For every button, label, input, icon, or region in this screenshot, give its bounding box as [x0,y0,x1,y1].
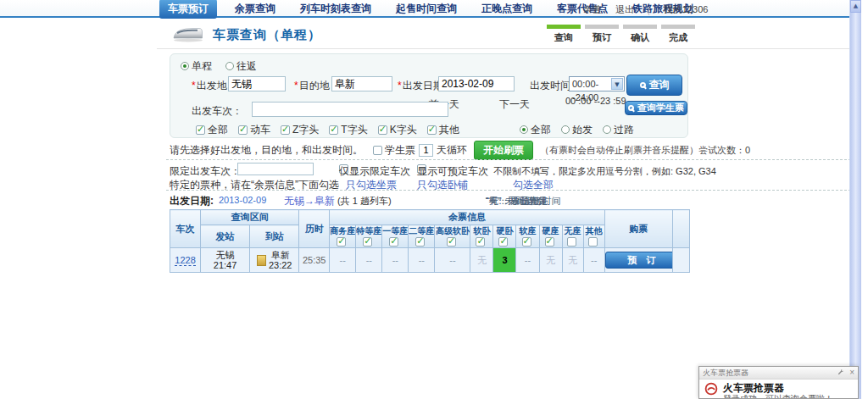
step-book: 预订 [585,25,619,44]
seat-availability-cell: 无 [562,248,583,273]
time-range-text: 00 :00 --23 :59 [565,96,626,106]
train-no-cell: 1228 [170,248,201,273]
popup-bar-title: 火车票抢票器 [703,368,832,379]
result-table: 车次 查询区间 历时 余票信息 购票 发站 到站 商务座 特等座 一等座 二等座… [170,209,690,273]
seat-filter-checkbox[interactable] [498,237,508,247]
duration-cell: 25:35 [299,248,330,273]
time-select[interactable]: 00:00--24:00 ▼ [569,76,625,91]
arrival-cell: 阜新 23:22 [250,248,299,273]
buy-cell: 预 订 [604,248,672,273]
seat-filter-checkbox[interactable] [545,237,554,247]
train-no-link[interactable]: 1228 [175,255,195,266]
progress-steps: 查询 预订 确认 完成 [547,25,695,44]
seat-filter-checkbox[interactable] [415,237,425,247]
radio-icon [561,125,570,134]
seat-column-header: 特等座 [356,225,382,248]
filter-other-train[interactable]: 其他 [427,123,459,137]
stop-scope-filters: 全部 始发 过路 [520,123,634,137]
seat-column-header: 无座 [562,225,583,248]
close-icon[interactable]: × [849,369,854,377]
trip-oneway-radio[interactable]: 单程 [181,59,212,74]
chevron-down-icon: ▼ [611,78,623,90]
seat-column-header: 一等座 [382,225,409,248]
nav-tab-timetable[interactable]: 列车时刻表查询 [293,0,378,18]
search-form-panel: 单程 往返 *出发地： *目的地： *出发日期： 前一天 下一天 出发时间： 0… [170,53,688,138]
logout-link[interactable]: 退出 [615,3,634,16]
scope-origin-radio[interactable]: 始发 [561,123,593,137]
extra-cell [672,248,689,273]
filter-d-train[interactable]: 动车 [238,123,270,137]
userbar-separator: | [648,5,650,15]
wrench-icon[interactable] [837,369,844,378]
seat-column-header: 软卧 [470,225,493,248]
limit-train-row: 限定出发车次： 仅显示限定车次 显示可预定车次 不限制不填写，限定多次用逗号分割… [170,163,860,178]
nav-tab-remaining-tickets[interactable]: 余票查询 [228,0,282,18]
vertical-scrollbar[interactable]: ▲ [849,0,861,399]
nav-tab-punctuality[interactable]: 正晚点查询 [475,0,539,18]
table-row: 1228 无锡 21:47 阜新 23:22 25:35 -- [170,248,690,273]
filter-z-train[interactable]: Z字头 [281,123,319,137]
checkbox-icon [378,125,387,135]
username-link[interactable]: 余萱 [583,3,602,16]
popup-body: 火车票抢票器 登录成功，可以查询余票啦！ [699,380,858,399]
days-loop-input[interactable] [419,144,433,157]
checkbox-icon [373,146,382,155]
seat-filter-checkbox[interactable] [389,237,398,247]
next-day-link[interactable]: 下一天 [499,97,530,112]
seat-filter-checkbox[interactable] [476,237,485,247]
seat-filter-checkbox[interactable] [588,237,598,247]
step-done: 完成 [661,25,695,44]
popup-title-bar: 火车票抢票器 × [699,367,858,380]
book-button[interactable]: 预 订 [605,252,673,269]
train-no-label: 出发车次： [192,104,242,119]
student-query-button[interactable]: 查询学生票 [625,101,687,115]
seat-column-header: 商务座 [330,225,356,248]
seat-filter-checkbox[interactable] [337,237,346,247]
scroll-up-arrow-icon[interactable]: ▲ [850,0,861,13]
filter-all[interactable]: 全部 [196,123,228,137]
step-bar [547,25,581,29]
departure-cell: 无锡 21:47 [201,248,250,273]
checkbox-icon [238,125,248,135]
radio-icon [603,125,611,134]
top-nav-bar: 车票预订 余票查询 列车时刻表查询 起售时间查询 正晚点查询 客票代售点 铁路旅… [0,0,849,18]
refresh-row: 请先选择好出发地，目的地，和出发时间。 学生票 天循环 开始刷票 （有票时会自动… [170,142,750,158]
to-input[interactable] [331,76,392,91]
student-ticket-checkbox[interactable]: 学生票 [373,143,415,158]
seat-availability-cell: -- [583,248,604,273]
dashed-divider [166,190,860,191]
col-header-info: 余票信息 [330,210,605,225]
start-refresh-button[interactable]: 开始刷票 [474,141,533,160]
nav-tab-ticket-booking[interactable]: 车票预订 [159,0,217,19]
date-input[interactable] [438,76,515,91]
query-button[interactable]: 查询 [626,75,682,96]
col-header-duration: 历时 [299,210,330,248]
train-icon [172,25,204,45]
scope-all-radio[interactable]: 全部 [520,123,551,137]
step-bar [661,25,695,29]
seat-filter-checkbox[interactable] [363,237,372,247]
checkbox-icon [427,125,437,135]
result-date: 2013-02-09 [219,195,266,205]
seat-availability-cell: -- [382,248,409,273]
seat-filter-checkbox[interactable] [447,237,456,247]
filter-k-train[interactable]: K字头 [378,123,417,137]
trip-type-group: 单程 往返 [181,59,257,74]
limit-train-input[interactable] [237,163,314,175]
scope-passing-radio[interactable]: 过路 [603,123,634,137]
popup-app-name: 火车票抢票器 [723,382,833,394]
seat-filter-checkbox[interactable] [567,237,576,247]
step-query: 查询 [547,25,581,44]
nav-tab-sale-time[interactable]: 起售时间查询 [389,0,464,18]
seat-availability-cell: -- [409,248,435,273]
result-date-label: 出发日期: [170,194,214,208]
filter-t-train[interactable]: T字头 [329,123,367,137]
seat-filter-checkbox[interactable] [522,237,531,247]
trip-round-radio[interactable]: 往返 [225,59,257,74]
my-12306-link[interactable]: 我的12306 [664,3,709,16]
seat-availability-cell: 无 [470,248,493,273]
from-input[interactable] [228,76,286,91]
seat-availability-cell: -- [516,248,539,273]
train-no-input[interactable] [252,102,448,117]
step-bar [585,25,619,29]
